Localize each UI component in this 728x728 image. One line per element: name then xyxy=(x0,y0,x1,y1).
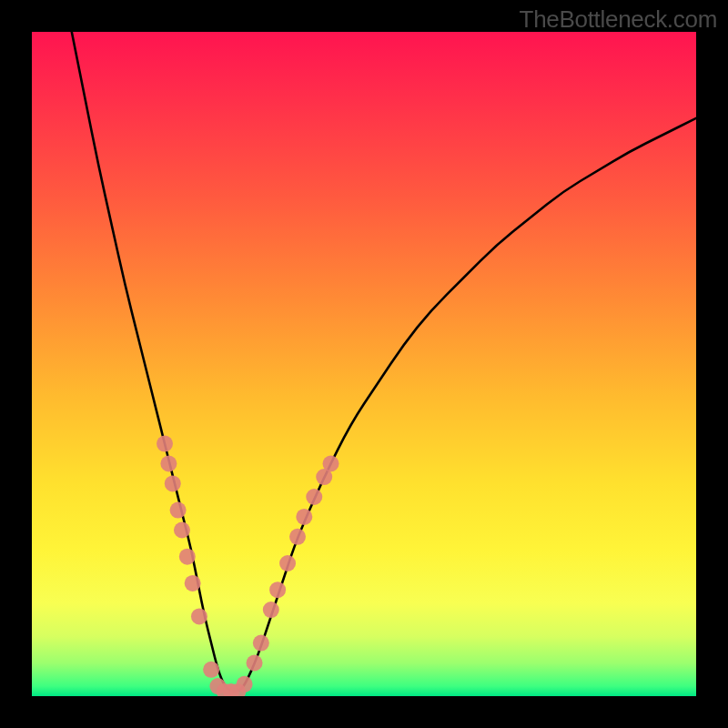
curve-marker xyxy=(170,502,187,519)
curve-marker xyxy=(160,456,177,472)
curve-marker xyxy=(179,549,196,565)
curve-marker xyxy=(323,456,339,472)
watermark-text: TheBottleneck.com xyxy=(520,5,717,34)
curve-marker xyxy=(191,608,207,624)
bottleneck-curve xyxy=(32,32,696,696)
chart-frame: TheBottleneck.com xyxy=(0,0,728,728)
curve-marker xyxy=(247,655,263,672)
curve-marker xyxy=(237,676,253,693)
curve-marker xyxy=(289,529,306,545)
curve-marker xyxy=(185,575,201,592)
curve-marker xyxy=(306,489,322,505)
plot-area xyxy=(32,32,696,696)
curve-marker xyxy=(269,581,286,598)
curve-marker xyxy=(279,555,296,571)
curve-marker xyxy=(203,662,219,678)
curve-marker xyxy=(165,475,181,491)
curve-marker xyxy=(253,635,269,652)
curve-marker xyxy=(157,436,173,452)
curve-marker xyxy=(296,509,312,525)
curve-marker xyxy=(174,522,190,539)
curve-marker xyxy=(263,602,279,618)
